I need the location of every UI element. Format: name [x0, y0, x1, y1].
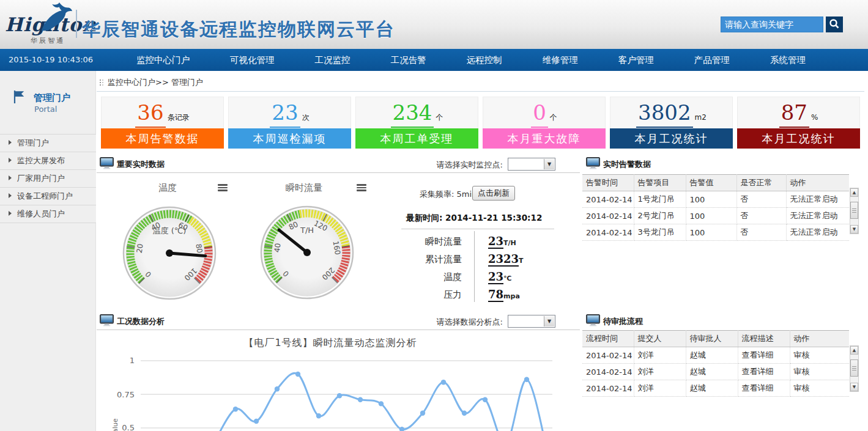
reading-value-link[interactable]: 2323 — [488, 252, 519, 267]
arrow-right-icon — [9, 175, 12, 180]
scroll-up-icon[interactable]: ▲ — [850, 188, 858, 197]
data-point[interactable] — [275, 386, 280, 391]
stat-unit: 条记录 — [168, 112, 190, 123]
data-point[interactable] — [462, 411, 467, 416]
approval-table-scrollbar[interactable]: ▲ ▼ — [850, 345, 859, 392]
sidebar-item[interactable]: 厂家用户门户 — [0, 169, 96, 187]
data-point[interactable] — [337, 393, 342, 398]
reading-label: 压力 — [398, 285, 462, 301]
sidebar-item[interactable]: 维修人员门户 — [0, 205, 96, 223]
nav-item[interactable]: 工况告警 — [385, 49, 432, 71]
stat-value-link[interactable]: 3802 — [636, 98, 693, 128]
scroll-up-icon[interactable]: ▲ — [850, 346, 858, 355]
sidebar-item[interactable]: 管理门户 — [0, 134, 96, 152]
table-cell: 无法正常启动 — [786, 208, 849, 224]
search-input[interactable] — [721, 17, 823, 32]
nav-item[interactable]: 系统管理 — [764, 49, 812, 71]
realtime-select-label: 请选择实时监控点: — [406, 160, 503, 171]
reading-value-link[interactable]: 23 — [488, 270, 503, 284]
data-point[interactable] — [233, 407, 238, 411]
stat-card-label[interactable]: 本月工况统计 — [737, 128, 860, 149]
stat-card: 3802m2本月工况统计 — [610, 97, 733, 149]
sidebar-item[interactable]: 监控大屏发布 — [0, 152, 96, 169]
data-point[interactable] — [420, 411, 425, 416]
data-point[interactable] — [524, 377, 529, 382]
arrow-right-icon — [9, 193, 12, 198]
reading-row: 瞬时流量23T/H — [398, 232, 557, 250]
data-point[interactable] — [316, 413, 321, 418]
stat-card-label[interactable]: 本月重大故障 — [483, 128, 606, 149]
table-cell: 刘洋 — [634, 347, 686, 364]
stat-value-link[interactable]: 0 — [531, 98, 548, 128]
alarm-section-title: 实时告警数据 — [603, 159, 651, 170]
stat-card: 0个本月重大故障 — [483, 97, 606, 149]
table-row: 2014-02-14刘洋赵城查看详细审核 — [582, 380, 849, 397]
data-point[interactable] — [358, 397, 363, 402]
stat-card-label[interactable]: 本月工况统计 — [610, 128, 733, 149]
data-point[interactable] — [483, 397, 488, 402]
nav-item[interactable]: 监控中心门户 — [130, 49, 196, 71]
gauge-title-temperature: 温度 — [140, 182, 195, 194]
chevron-down-icon[interactable]: ▼ — [544, 159, 554, 169]
stat-card-label[interactable]: 本周告警数据 — [101, 128, 224, 149]
stat-card-label[interactable]: 本周巡检漏项 — [228, 128, 351, 149]
chevron-down-icon[interactable]: ▼ — [544, 316, 554, 326]
realtime-section-title: 重要实时数据 — [117, 159, 165, 170]
scroll-down-icon[interactable]: ▼ — [850, 225, 858, 234]
reading-value-link[interactable]: 78 — [488, 288, 503, 302]
analysis-select-label: 请选择数据分析点: — [406, 317, 503, 328]
table-cell: 刘洋 — [634, 380, 686, 397]
nav-item[interactable]: 工况监控 — [309, 49, 357, 71]
column-header: 告警项目 — [634, 175, 686, 191]
nav-item[interactable]: 产品管理 — [688, 49, 736, 71]
table-cell: 审核 — [790, 364, 849, 380]
breadcrumb: 监控中心门户>> 管理门户 — [108, 77, 203, 88]
data-point[interactable] — [441, 380, 446, 385]
chart-menu-icon[interactable] — [218, 184, 228, 191]
nav-item[interactable]: 可视化管理 — [224, 49, 281, 71]
sidebar-item[interactable]: 设备工程师门户 — [0, 187, 96, 205]
scrollbar-thumb[interactable] — [850, 202, 858, 219]
stat-value-link[interactable]: 87 — [779, 98, 809, 128]
data-point[interactable] — [254, 419, 259, 424]
column-header: 告警时间 — [582, 175, 634, 191]
stat-value-link[interactable]: 23 — [270, 98, 300, 128]
nav-item[interactable]: 维修管理 — [536, 49, 584, 71]
nav-item[interactable]: 远程控制 — [461, 49, 508, 71]
realtime-point-select[interactable]: ▼ — [508, 158, 555, 171]
collect-frequency-label: 采集频率: 5min — [420, 189, 477, 200]
reading-value: 23T/H — [488, 232, 516, 248]
stat-card-value-area: 0个 — [483, 97, 606, 128]
reading-value: 23℃ — [488, 268, 511, 283]
stat-value-link[interactable]: 234 — [391, 98, 434, 128]
chart-menu-icon[interactable] — [357, 184, 366, 191]
refresh-button[interactable]: 点击刷新 — [472, 186, 515, 201]
scrollbar-thumb[interactable] — [850, 359, 858, 377]
svg-text:40: 40 — [273, 243, 283, 253]
section-divider — [97, 330, 580, 330]
data-point[interactable] — [399, 427, 404, 431]
table-header-row: 流程时间提交人待审批人流程描述动作 — [582, 331, 849, 347]
table-cell: 100 — [686, 191, 736, 208]
data-point[interactable] — [295, 372, 300, 377]
table-cell: 2014-02-14 — [582, 364, 634, 380]
stat-card-label[interactable]: 本周工单受理 — [355, 128, 478, 149]
scroll-down-icon[interactable]: ▼ — [850, 383, 858, 391]
reading-value-link[interactable]: 23 — [488, 235, 503, 249]
analysis-point-select[interactable]: ▼ — [508, 315, 555, 328]
table-cell: 2号龙门吊 — [634, 208, 686, 224]
stat-card: 36条记录本周告警数据 — [101, 97, 224, 149]
table-cell: 无法正常启动 — [786, 224, 849, 241]
data-point[interactable] — [379, 401, 384, 406]
monitor-icon — [586, 157, 600, 172]
search-button[interactable] — [826, 17, 843, 32]
nav-item[interactable]: 客户管理 — [612, 49, 660, 71]
stat-value-link[interactable]: 36 — [135, 98, 165, 128]
portal-title: 管理门户 — [34, 92, 70, 104]
table-cell: 否 — [736, 191, 786, 208]
reading-unit: mpa — [503, 292, 520, 300]
platform-title: 华辰智通设备远程监控物联网云平台 — [82, 17, 395, 42]
reading-row: 温度23℃ — [398, 268, 557, 285]
sidebar — [0, 71, 96, 431]
alarm-table-scrollbar[interactable]: ▲ ▼ — [850, 188, 859, 234]
